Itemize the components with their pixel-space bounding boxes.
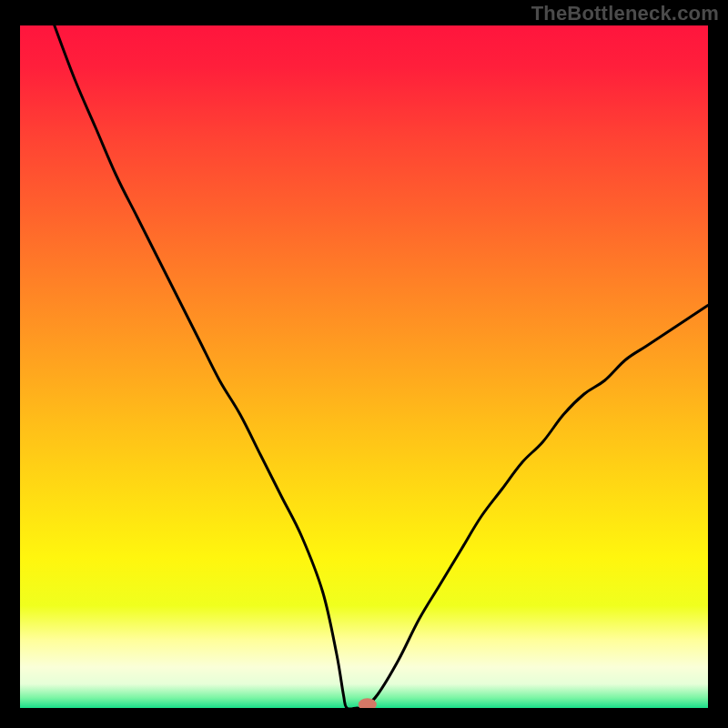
bottleneck-chart <box>20 25 708 708</box>
watermark-text: TheBottleneck.com <box>531 2 719 25</box>
chart-frame: TheBottleneck.com <box>0 0 728 728</box>
gradient-background <box>20 25 708 708</box>
plot-area <box>20 25 708 708</box>
